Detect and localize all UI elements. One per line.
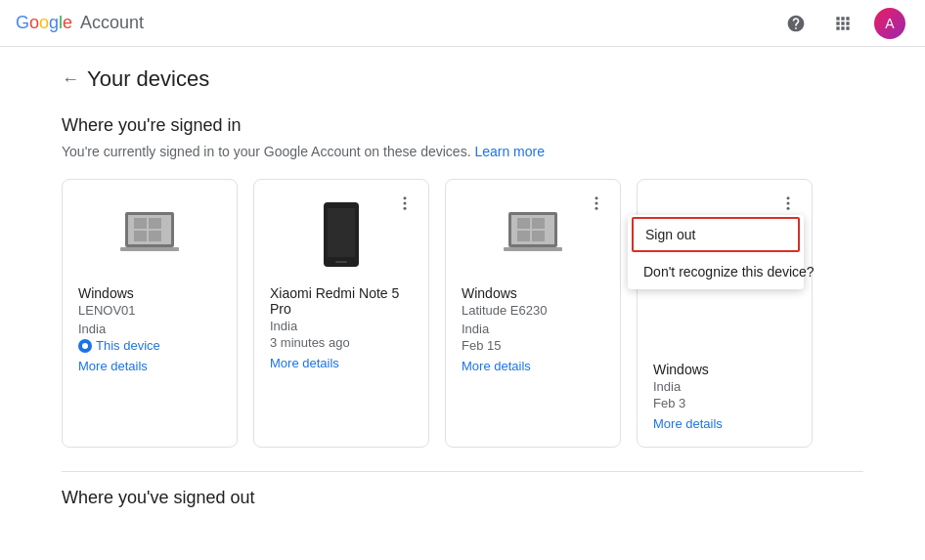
windows-icon-3: [504, 210, 562, 259]
device-time-2: 3 minutes ago: [270, 335, 413, 350]
help-icon: [786, 14, 806, 33]
dont-recognize-item[interactable]: Don't recognize this device?: [628, 254, 804, 289]
device-info-4: Windows India Feb 3 More details: [653, 362, 796, 431]
page-title: Your devices: [87, 66, 209, 92]
svg-point-14: [595, 202, 598, 205]
device-card-3: Windows Latitude E6230 India Feb 15 More…: [445, 179, 621, 448]
sign-out-item[interactable]: Sign out: [632, 217, 800, 252]
svg-point-15: [595, 207, 598, 210]
header-icons: A: [776, 4, 909, 43]
main-content: ← Your devices Where you're signed in Yo…: [22, 47, 903, 536]
device-icon-1: [78, 195, 221, 274]
learn-more-link[interactable]: Learn more: [474, 144, 545, 159]
three-dot-icon-2: [396, 194, 414, 212]
dropdown-menu-4: Sign out Don't recognize this device?: [628, 215, 804, 289]
svg-rect-22: [504, 247, 562, 251]
svg-rect-20: [517, 231, 530, 241]
svg-point-9: [404, 207, 407, 210]
device-location-4: India: [653, 379, 796, 394]
more-details-3[interactable]: More details: [462, 359, 604, 373]
svg-rect-2: [134, 218, 147, 229]
device-name-4: Windows: [653, 362, 796, 377]
this-device-badge: This device: [78, 338, 221, 353]
device-model-1: LENOV01: [78, 303, 221, 318]
device-card-4: Sign out Don't recognize this device? Wi…: [637, 179, 813, 448]
apps-icon: [833, 14, 853, 33]
device-card-2: Xiaomi Redmi Note 5 Pro India 3 minutes …: [253, 179, 429, 448]
device-time-4: Feb 3: [653, 396, 796, 410]
svg-point-7: [404, 196, 407, 199]
device-model-3: Latitude E6230: [462, 303, 604, 318]
svg-point-23: [787, 196, 790, 199]
windows-icon-1: [120, 210, 179, 259]
svg-rect-5: [149, 231, 161, 241]
device-location-2: India: [270, 319, 413, 333]
avatar-initial: A: [885, 16, 894, 31]
svg-rect-3: [149, 218, 161, 229]
three-dot-menu-2[interactable]: [389, 188, 420, 219]
more-details-1[interactable]: More details: [78, 359, 221, 373]
account-button[interactable]: A: [870, 4, 909, 43]
device-name-3: Windows: [462, 285, 604, 301]
section-divider: [62, 471, 863, 472]
device-name-2: Xiaomi Redmi Note 5 Pro: [270, 285, 413, 317]
three-dot-menu-3[interactable]: [581, 188, 612, 219]
google-logo: Google: [16, 13, 72, 33]
svg-point-13: [595, 196, 598, 199]
device-location-1: India: [78, 322, 221, 336]
help-button[interactable]: [776, 4, 815, 43]
header-left: Google Account: [16, 13, 144, 33]
back-button[interactable]: ←: [62, 69, 79, 90]
devices-grid: Windows LENOV01 India This device More d…: [62, 179, 863, 448]
this-device-dot: [78, 339, 92, 353]
svg-rect-21: [532, 231, 545, 241]
svg-rect-19: [532, 218, 545, 229]
more-details-4[interactable]: More details: [653, 416, 796, 431]
three-dot-icon-3: [588, 194, 605, 212]
logo-g: G: [16, 13, 29, 33]
three-dot-icon-4: [779, 194, 797, 212]
logo-g2: g: [49, 13, 59, 33]
signed-in-title: Where you're signed in: [62, 115, 863, 136]
svg-rect-18: [517, 218, 530, 229]
svg-rect-6: [120, 247, 179, 251]
signed-in-subtitle: You're currently signed in to your Googl…: [62, 144, 863, 159]
device-name-1: Windows: [78, 285, 221, 301]
breadcrumb: ← Your devices: [62, 66, 863, 92]
svg-point-25: [787, 207, 790, 210]
phone-icon-2: [322, 200, 361, 269]
logo-e: e: [63, 13, 72, 33]
apps-button[interactable]: [823, 4, 862, 43]
device-time-3: Feb 15: [462, 338, 604, 353]
signed-out-title: Where you've signed out: [62, 488, 863, 508]
svg-rect-4: [134, 231, 147, 241]
header-title: Account: [80, 13, 144, 33]
svg-rect-12: [335, 261, 347, 263]
logo-o2: o: [39, 13, 49, 33]
device-card-1: Windows LENOV01 India This device More d…: [62, 179, 238, 448]
subtitle-text: You're currently signed in to your Googl…: [62, 144, 471, 159]
this-device-label: This device: [96, 338, 160, 353]
more-details-2[interactable]: More details: [270, 356, 413, 370]
device-location-3: India: [462, 322, 604, 336]
svg-point-8: [404, 202, 407, 205]
logo-o1: o: [29, 13, 39, 33]
svg-rect-11: [328, 208, 355, 257]
avatar: A: [874, 8, 905, 39]
header: Google Account A: [0, 0, 925, 47]
svg-point-24: [787, 202, 790, 205]
